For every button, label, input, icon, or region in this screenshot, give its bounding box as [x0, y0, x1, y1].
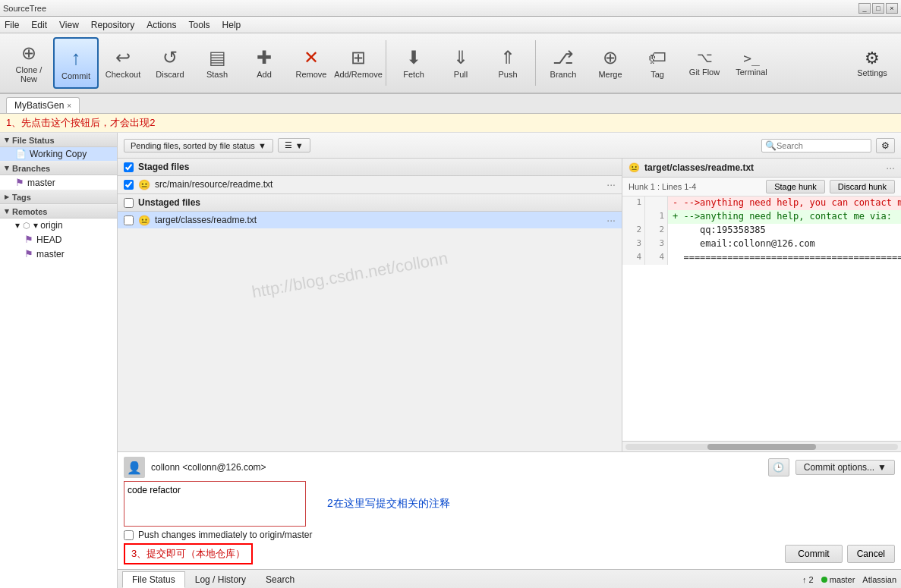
menu-view[interactable]: View	[59, 20, 79, 30]
clone-icon: ⊕	[21, 42, 36, 64]
head-icon: ⚑	[24, 234, 33, 245]
diff-line-context-3: 3 3 email:collonn@126.com	[622, 237, 901, 251]
fetch-button[interactable]: ⬇ Fetch	[391, 37, 436, 89]
tab-log-history-label: Log / History	[195, 574, 246, 585]
sort-label: Pending files, sorted by file status	[131, 141, 255, 150]
merge-label: Merge	[598, 70, 622, 79]
commit-options-button[interactable]: Commit options... ▼	[795, 460, 895, 475]
branch-icon: ⚑	[15, 177, 24, 188]
add-remove-button[interactable]: ⊞ Add/Remove	[336, 37, 381, 89]
remotes-arrow: ▾	[5, 206, 9, 216]
commit-history-button[interactable]: 🕒	[768, 458, 789, 476]
atlassian-label: Atlassian	[862, 575, 896, 584]
sidebar-section-branches: ▾ Branches ⚑ master	[0, 161, 117, 190]
push-button[interactable]: ⇑ Push	[485, 37, 531, 89]
tab-file-status[interactable]: File Status	[122, 571, 185, 588]
commit-button[interactable]: ↑ Commit	[53, 37, 99, 89]
diff-scrollbar[interactable]	[622, 441, 901, 451]
gear-button[interactable]: ⚙	[876, 138, 895, 153]
tags-label: Tags	[12, 193, 31, 202]
tags-header[interactable]: ▸ Tags	[0, 190, 117, 204]
diff-new-num-4: 3	[645, 237, 668, 251]
git-flow-label: Git Flow	[689, 68, 720, 77]
tab-log-history[interactable]: Log / History	[185, 571, 256, 588]
add-button[interactable]: ✚ Add	[241, 37, 287, 89]
file-status-label: File Status	[12, 136, 55, 145]
remote-master-icon: ⚑	[24, 248, 33, 259]
remotes-label: Remotes	[12, 207, 47, 216]
checkout-button[interactable]: ↩ Checkout	[100, 37, 146, 89]
branches-label: Branches	[12, 164, 50, 173]
menu-repository[interactable]: Repository	[91, 20, 134, 30]
repo-tab[interactable]: MyBatisGen ×	[6, 97, 80, 113]
title-controls: _ □ ×	[858, 3, 898, 14]
remotes-header[interactable]: ▾ Remotes	[0, 204, 117, 219]
title-bar: SourceTree _ □ ×	[0, 0, 901, 17]
commit-submit-button[interactable]: Commit	[785, 545, 842, 563]
git-flow-button[interactable]: ⌥ Git Flow	[682, 37, 727, 89]
commit-hint-text: 2在这里写提交相关的注释	[327, 497, 450, 511]
push-changes-checkbox[interactable]	[124, 530, 134, 540]
minimize-btn[interactable]: _	[858, 3, 871, 14]
diff-hscroll-thumb[interactable]	[707, 444, 817, 450]
sidebar-item-master[interactable]: ⚑ master	[0, 175, 117, 190]
menu-actions[interactable]: Actions	[146, 20, 176, 30]
menu-file[interactable]: File	[5, 20, 19, 30]
diff-old-num-4: 3	[622, 237, 645, 251]
merge-button[interactable]: ⊕ Merge	[588, 37, 633, 89]
settings-button[interactable]: ⚙ Settings	[849, 37, 895, 89]
unstaged-all-checkbox[interactable]	[124, 198, 134, 208]
maximize-btn[interactable]: □	[872, 3, 884, 14]
file-status-header[interactable]: ▾ File Status	[0, 133, 117, 147]
stage-hunk-button[interactable]: Stage hunk	[766, 180, 825, 193]
discard-hunk-button[interactable]: Discard hunk	[830, 180, 895, 193]
terminal-button[interactable]: >_ Terminal	[729, 37, 774, 89]
list-view-btn[interactable]: ☰ ▼	[278, 138, 310, 153]
commit-bottom-row: 3、提交即可（本地仓库） Commit Cancel	[124, 543, 895, 564]
status-commits-icon: ↑	[802, 575, 807, 584]
menu-edit[interactable]: Edit	[31, 20, 47, 30]
fetch-label: Fetch	[403, 70, 424, 79]
discard-button[interactable]: ↺ Discard	[147, 37, 193, 89]
diff-new-num-2: 1	[645, 210, 668, 224]
stash-button[interactable]: ▤ Stash	[194, 37, 240, 89]
search-input[interactable]	[777, 141, 868, 150]
list-arrow: ▼	[295, 141, 304, 150]
diff-hscroll-track[interactable]	[625, 444, 898, 450]
pull-button[interactable]: ⇓ Pull	[438, 37, 484, 89]
pull-label: Pull	[454, 70, 468, 79]
sidebar-item-head[interactable]: ⚑ HEAD	[0, 232, 117, 247]
file-status-arrow: ▾	[5, 135, 9, 145]
tag-button[interactable]: 🏷 Tag	[635, 37, 680, 89]
staged-all-checkbox[interactable]	[124, 162, 134, 172]
sidebar-section-tags: ▸ Tags	[0, 190, 117, 204]
diff-header-menu[interactable]: ···	[886, 162, 895, 174]
sort-dropdown[interactable]: Pending files, sorted by file status ▼	[124, 139, 273, 153]
remove-button[interactable]: ✕ Remove	[288, 37, 334, 89]
sidebar: ▾ File Status 📄 Working Copy ▾ Branches …	[0, 133, 118, 588]
diff-line-content-4: email:collonn@126.com	[668, 237, 901, 251]
tab-search[interactable]: Search	[256, 571, 304, 588]
unstaged-file-row-0[interactable]: 😐 target/classes/readme.txt ···	[118, 212, 622, 229]
staged-file-menu-0[interactable]: ···	[606, 178, 616, 190]
close-btn[interactable]: ×	[886, 3, 898, 14]
menu-tools[interactable]: Tools	[189, 20, 210, 30]
staged-file-row-0[interactable]: 😐 src/main/resource/readme.txt ···	[118, 176, 622, 193]
menu-help[interactable]: Help	[222, 20, 241, 30]
sidebar-item-remote-master[interactable]: ⚑ master	[0, 247, 117, 261]
sidebar-item-working-copy[interactable]: 📄 Working Copy	[0, 147, 117, 161]
push-icon: ⇑	[500, 47, 515, 68]
cancel-button[interactable]: Cancel	[847, 545, 895, 563]
branches-header[interactable]: ▾ Branches	[0, 161, 117, 175]
branch-button[interactable]: ⎇ Branch	[540, 37, 586, 89]
unstaged-file-menu-0[interactable]: ···	[606, 214, 616, 226]
sidebar-item-origin[interactable]: ▾ ⬡ ▾ origin	[0, 219, 117, 232]
clone-new-button[interactable]: ⊕ Clone / New	[6, 37, 52, 89]
staged-file-checkbox-0[interactable]	[124, 180, 134, 190]
commit-message-input[interactable]: code refactor	[124, 481, 306, 527]
avatar-icon: 👤	[127, 461, 142, 475]
status-dot	[821, 577, 827, 583]
unstaged-file-checkbox-0[interactable]	[124, 215, 134, 225]
terminal-label: Terminal	[736, 68, 767, 77]
tab-close-icon[interactable]: ×	[67, 102, 71, 110]
